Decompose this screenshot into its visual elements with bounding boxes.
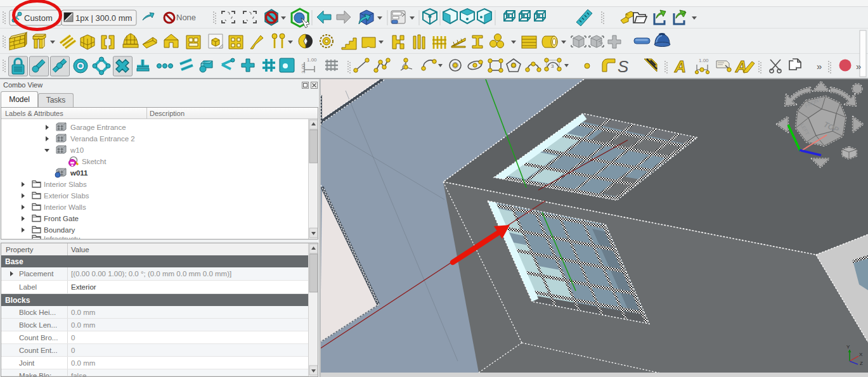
- svg-text:3: 3: [551, 63, 554, 69]
- svg-text:[(0.00 0.00 1.00); 0.0 °; (0.0: [(0.00 0.00 1.00); 0.0 °; (0.0 mm 0.0 mm…: [71, 270, 231, 278]
- svg-text:0: 0: [71, 334, 75, 342]
- svg-text:X: X: [859, 352, 863, 357]
- svg-text:Exterior: Exterior: [71, 283, 96, 291]
- svg-text:1.00: 1.00: [699, 58, 709, 63]
- svg-text:false: false: [71, 372, 86, 376]
- svg-text:0: 0: [71, 347, 75, 354]
- svg-text:A: A: [674, 58, 686, 75]
- svg-text:Blocks: Blocks: [5, 296, 30, 305]
- svg-text:S: S: [618, 57, 629, 76]
- svg-text:Garage Entrance: Garage Entrance: [70, 124, 126, 131]
- svg-text:Sketcht: Sketcht: [82, 158, 107, 165]
- svg-text:Make Blo:: Make Blo:: [19, 372, 51, 376]
- svg-text:Base: Base: [5, 257, 23, 266]
- svg-text:1.00: 1.00: [307, 57, 317, 63]
- svg-text:Z: Z: [860, 361, 863, 366]
- svg-text:0.0 mm: 0.0 mm: [71, 359, 95, 367]
- svg-text:Count Bro...: Count Bro...: [19, 334, 58, 342]
- svg-text:1px | 300.0 mm: 1px | 300.0 mm: [75, 13, 132, 23]
- svg-text:Count Ent...: Count Ent...: [19, 347, 58, 354]
- svg-text:0.0 mm: 0.0 mm: [71, 309, 95, 316]
- svg-text:Exterior Slabs: Exterior Slabs: [44, 192, 89, 200]
- svg-text:3.00: 3.00: [301, 63, 306, 73]
- svg-text:»: »: [856, 61, 861, 72]
- svg-text:Veranda Entrance 2: Veranda Entrance 2: [70, 135, 135, 143]
- svg-text:w10: w10: [70, 146, 84, 154]
- svg-text:Value: Value: [71, 246, 89, 253]
- svg-text:0.0 mm: 0.0 mm: [71, 321, 95, 329]
- svg-text:None: None: [176, 13, 196, 22]
- svg-text:Custom: Custom: [24, 13, 53, 23]
- svg-text:Boundary: Boundary: [44, 226, 75, 234]
- svg-text:Block Hei...: Block Hei...: [19, 309, 56, 316]
- svg-text:Interior Slabs: Interior Slabs: [44, 181, 87, 188]
- svg-text:Infrastructu: Infrastructu: [44, 235, 81, 239]
- svg-text:Property: Property: [6, 246, 34, 253]
- svg-text:»: »: [817, 61, 822, 72]
- svg-text:Placement: Placement: [19, 270, 54, 278]
- svg-text:Block Len...: Block Len...: [19, 321, 57, 329]
- svg-text:w011: w011: [70, 169, 88, 177]
- svg-text:Label: Label: [19, 283, 37, 291]
- svg-text:Y: Y: [846, 344, 850, 350]
- svg-text:Interior Walls: Interior Walls: [44, 203, 86, 211]
- svg-text:Front Gate: Front Gate: [44, 215, 79, 222]
- svg-text:Joint: Joint: [19, 359, 35, 367]
